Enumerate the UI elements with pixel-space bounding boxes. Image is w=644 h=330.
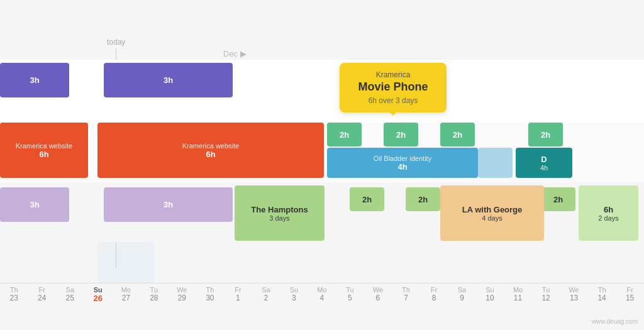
oil-bladder-block[interactable]: Oil Bladder identity 4h: [327, 148, 478, 178]
date-col-23[interactable]: Th23: [0, 286, 28, 302]
rows-area: 3h 3h Kramerica website 6h Kramerica web…: [0, 60, 644, 258]
date-col-2[interactable]: Sa2: [252, 286, 280, 302]
date-bar: Th23Fr24Sa25Su26Mo27Tu28We29Th30Fr1Sa2Su…: [0, 283, 644, 305]
lavender-block-1[interactable]: 3h: [0, 187, 69, 222]
date-col-29[interactable]: We29: [168, 286, 196, 302]
purple-block-2[interactable]: 3h: [104, 63, 233, 97]
today-label: today: [107, 38, 125, 47]
date-col-14[interactable]: Th14: [588, 286, 616, 302]
date-col-10[interactable]: Su10: [476, 286, 504, 302]
movie-phone-tooltip[interactable]: Kramerica Movie Phone 6h over 3 days: [340, 63, 447, 113]
purple-block-1[interactable]: 3h: [0, 63, 69, 97]
date-col-25[interactable]: Sa25: [56, 286, 84, 302]
hamptons-block[interactable]: The Hamptons 3 days: [235, 185, 325, 241]
date-col-6[interactable]: We6: [364, 286, 392, 302]
watermark: www.deuag.com: [592, 318, 638, 325]
green-sm-block-1[interactable]: 2h: [350, 187, 384, 211]
d-block[interactable]: D 4h: [516, 148, 572, 178]
date-col-24[interactable]: Fr24: [28, 286, 57, 302]
date-col-28[interactable]: Tu28: [140, 286, 169, 302]
tooltip-subtitle: 6h over 3 days: [350, 96, 436, 105]
green-block-4[interactable]: 2h: [528, 123, 563, 146]
tooltip-title: Movie Phone: [350, 80, 436, 94]
green-block-1[interactable]: 2h: [327, 123, 362, 146]
date-col-13[interactable]: We13: [560, 286, 588, 302]
date-col-3[interactable]: Su3: [280, 286, 308, 302]
lavender-block-2[interactable]: 3h: [104, 187, 233, 222]
la-block[interactable]: LA with George 4 days: [440, 185, 544, 241]
date-col-1[interactable]: Fr1: [224, 286, 252, 302]
lightblue-spacer: [478, 148, 513, 178]
date-col-12[interactable]: Tu12: [532, 286, 560, 302]
calendar-container: today Dec ▶ 3h 3h Kramerica website 6h K…: [0, 0, 644, 330]
date-col-5[interactable]: Tu5: [336, 286, 364, 302]
green-block-3[interactable]: 2h: [440, 123, 475, 146]
green-sm-block-3[interactable]: 2h: [541, 187, 575, 211]
date-col-11[interactable]: Mo11: [504, 286, 532, 302]
green-block-2[interactable]: 2h: [384, 123, 418, 146]
kramerica-block-1[interactable]: Kramerica website 6h: [0, 123, 88, 178]
date-col-4[interactable]: Mo4: [308, 286, 336, 302]
date-col-15[interactable]: Fr15: [616, 286, 644, 302]
row-background-1: [0, 60, 644, 123]
date-col-8[interactable]: Fr8: [420, 286, 448, 302]
date-col-9[interactable]: Sa9: [448, 286, 476, 302]
dec-label[interactable]: Dec ▶: [223, 49, 247, 58]
date-col-30[interactable]: Th30: [196, 286, 225, 302]
tooltip-company: Kramerica: [350, 70, 436, 79]
date-col-26[interactable]: Su26: [84, 286, 113, 303]
date-col-27[interactable]: Mo27: [112, 286, 140, 302]
date-col-7[interactable]: Th7: [392, 286, 420, 302]
kramerica-block-2[interactable]: Kramerica website 6h: [97, 123, 324, 178]
6h-2days-block[interactable]: 6h 2 days: [579, 185, 638, 241]
green-sm-block-2[interactable]: 2h: [406, 187, 440, 211]
